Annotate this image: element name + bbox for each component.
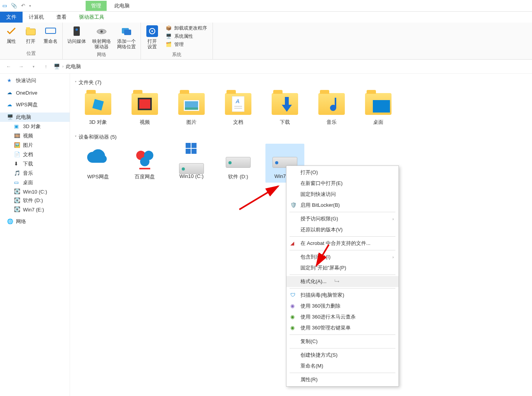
svg-point-6 [100,30,103,33]
folder-documents[interactable]: A 文档 [219,89,258,128]
sidebar-label: 视频 [23,132,33,139]
drive-icon: 💽 [14,188,20,195]
item-label: 文档 [233,119,243,126]
tab-file[interactable]: 文件 [0,12,23,23]
menu-item-pin-start[interactable]: 固定到"开始"屏幕(P) [286,262,399,273]
pin-icon[interactable]: 📎 [11,3,17,9]
sidebar-item-win10-c[interactable]: 💽Win10 (C:) [0,187,70,196]
access-media-label: 访问媒体 [67,39,86,44]
breadcrumb-this-pc[interactable]: 此电脑 [66,63,81,70]
computer-icon: 🖥️ [7,114,13,120]
add-network-location-button[interactable]: 添加一个 网络位置 [116,24,137,51]
map-drive-button[interactable]: 映射网络 驱动器 [91,24,112,51]
manage-button[interactable]: 🗂️管理 [166,41,207,48]
nav-forward-button[interactable]: → [16,62,26,71]
sidebar-item-software-d[interactable]: 💽软件 (D:) [0,196,70,205]
window-title: 此电脑 [114,2,130,9]
tab-drive-tools[interactable]: 驱动器工具 [73,12,111,23]
menu-item-create-shortcut[interactable]: 创建快捷方式(S) [286,350,399,361]
svg-rect-26 [139,168,150,169]
sidebar-item-quick-access[interactable]: ★快速访问 [0,76,70,85]
menu-item-properties[interactable]: 属性(R) [286,374,399,385]
drive-wps[interactable]: WPS网盘 [79,144,118,183]
breadcrumb[interactable]: 🖥️ › 此电脑 [54,63,81,70]
item-label: 3D 对象 [89,119,107,126]
rename-button[interactable]: 重命名 [42,24,59,45]
sidebar-item-onedrive[interactable]: ☁OneDrive [0,88,70,97]
computer-icon: 🖥️ [166,33,172,40]
drive-icon: 💽 [14,206,20,213]
folder-3d-objects[interactable]: 3D 对象 [79,89,118,128]
folder-videos[interactable]: 视频 [125,89,164,128]
item-label: WPS网盘 [87,173,109,180]
svg-rect-14 [139,99,150,109]
menu-item-pin-quick-access[interactable]: 固定到快速访问 [286,189,399,200]
system-properties-button[interactable]: 🖥️系统属性 [166,33,207,40]
open-settings-label: 打开 设置 [147,39,157,50]
properties-button[interactable]: 属性 [3,24,19,45]
open-settings-button[interactable]: 打开 设置 [144,24,160,51]
drive-software-d[interactable]: 软件 (D:) [219,144,258,183]
menu-item-acrobat-combine[interactable]: ◢在 Acrobat 中合并支持的文件... [286,238,399,249]
add-location-label: 添加一个 网络位置 [117,39,136,50]
sidebar-item-win7-e[interactable]: 💽Win7 (E:) [0,205,70,214]
group-header-folders[interactable]: ˅ 文件夹 (7) [75,79,527,86]
sidebar-item-documents[interactable]: 📄文档 [0,150,70,159]
menu-item-format[interactable]: 格式化(A)...⮡ [286,276,399,287]
access-media-button[interactable]: 访问媒体 [66,24,88,45]
360-icon: ◉ [290,303,297,309]
tab-view[interactable]: 查看 [50,12,73,23]
qat-dropdown-icon[interactable]: ▾ [29,4,31,8]
folder-downloads[interactable]: 下载 [265,89,304,128]
cloud-icon: ☁ [7,102,13,108]
media-server-icon [70,25,83,37]
sidebar-label: OneDrive [16,90,37,96]
sidebar-label: 下载 [23,160,33,167]
folder-music[interactable]: 音乐 [312,89,351,128]
menu-item-bitlocker[interactable]: 🛡️启用 BitLocker(B) [286,200,399,211]
menu-item-360-context-menu[interactable]: ◉使用 360管理右键菜单 [286,322,399,333]
menu-item-copy[interactable]: 复制(C) [286,336,399,347]
contextual-tab-manage[interactable]: 管理 [86,1,107,11]
nav-up-button[interactable]: ↑ [41,62,51,71]
sidebar-item-videos[interactable]: 🎞️视频 [0,131,70,141]
shield-check-icon: 🛡 [290,292,297,298]
uninstall-button[interactable]: 📦卸载或更改程序 [166,25,207,32]
drive-win10-c[interactable]: Win10 (C:) [172,144,211,183]
chevron-down-icon: ˅ [75,81,77,85]
menu-item-restore-previous[interactable]: 还原以前的版本(V) [286,224,399,235]
manage-label: 管理 [174,41,184,48]
menu-item-grant-access[interactable]: 授予访问权限(G)› [286,213,399,224]
menu-item-scan-virus[interactable]: 🛡扫描病毒(电脑管家) [286,290,399,301]
menu-item-open-new-window[interactable]: 在新窗口中打开(E) [286,178,399,189]
menu-item-360-trojan-scan[interactable]: ◉使用 360进行木马云查杀 [286,312,399,322]
menu-item-include-library[interactable]: 包含到库中(I)› [286,252,399,262]
svg-rect-29 [186,149,191,154]
sidebar-label: WPS网盘 [16,101,38,108]
shield-icon: 🛡️ [290,202,297,208]
nav-back-button[interactable]: ← [4,62,13,71]
open-button[interactable]: 打开 [23,24,39,45]
folder-desktop[interactable]: 桌面 [359,89,398,128]
star-icon: ★ [7,77,13,84]
tab-computer[interactable]: 计算机 [23,12,50,23]
menu-item-rename[interactable]: 重命名(M) [286,361,399,371]
sidebar-item-pictures[interactable]: 🖼️图片 [0,141,70,150]
sidebar-item-downloads[interactable]: ⬇下载 [0,159,70,169]
submenu-arrow-icon: › [392,216,394,221]
sidebar-item-this-pc[interactable]: 🖥️此电脑 [0,113,70,122]
drive-baidu[interactable]: 百度网盘 [125,144,164,183]
menu-item-360-shred[interactable]: ◉使用 360强力删除 [286,301,399,312]
sidebar-item-3d-objects[interactable]: ▣3D 对象 [0,122,70,131]
undo-icon[interactable]: ↶ [21,3,25,9]
sidebar-item-desktop[interactable]: ▭桌面 [0,178,70,187]
menu-item-open[interactable]: 打开(O) [286,167,399,178]
folder-pictures[interactable]: 图片 [172,89,211,128]
sidebar-item-wps[interactable]: ☁WPS网盘 [0,100,70,109]
cloud-icon: ☁ [7,90,13,96]
sidebar-item-network[interactable]: 🌐网络 [0,217,70,226]
sidebar-label: 软件 (D:) [23,197,43,204]
group-header-devices[interactable]: ˅ 设备和驱动器 (5) [75,134,527,141]
nav-history-dropdown[interactable]: ▾ [29,62,38,71]
sidebar-item-music[interactable]: 🎵音乐 [0,169,70,178]
